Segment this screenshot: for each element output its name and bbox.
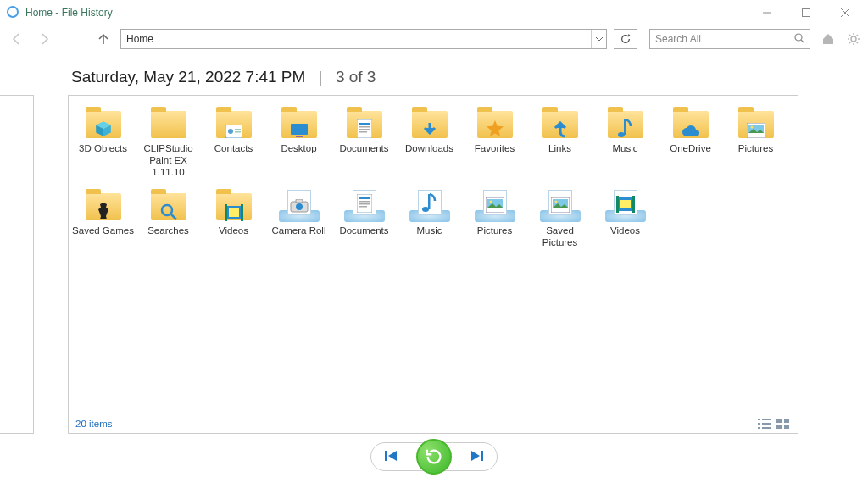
- folder-item[interactable]: Downloads: [397, 101, 462, 183]
- file-pane: 3D ObjectsCLIPStudio Paint EX 1.11.10Con…: [68, 95, 798, 434]
- refresh-button[interactable]: [614, 29, 637, 49]
- folder-item[interactable]: Favorites: [462, 101, 527, 183]
- item-label: Saved Games: [72, 225, 134, 237]
- svg-rect-10: [235, 131, 241, 133]
- back-button[interactable]: [7, 29, 27, 49]
- cloud-icon: [670, 106, 711, 140]
- library-item[interactable]: Pictures: [462, 183, 527, 254]
- folder-item[interactable]: 3D Objects: [70, 101, 136, 183]
- svg-point-41: [489, 200, 492, 203]
- svg-rect-36: [359, 206, 367, 208]
- svg-rect-31: [296, 199, 303, 203]
- home-icon[interactable]: [821, 31, 836, 47]
- card-icon: [214, 106, 254, 140]
- item-label: Music: [398, 225, 460, 237]
- svg-rect-15: [359, 126, 370, 128]
- snapshot-position: 3 of 3: [336, 68, 376, 86]
- chess-icon: [83, 188, 124, 222]
- folder-item[interactable]: Searches: [136, 183, 201, 254]
- up-button[interactable]: [93, 29, 114, 49]
- path-text: Home: [121, 33, 591, 45]
- view-icons-icon[interactable]: [776, 418, 791, 430]
- svg-point-37: [422, 207, 429, 212]
- item-label: OneDrive: [659, 143, 721, 155]
- film-icon: [605, 188, 646, 222]
- svg-rect-17: [359, 131, 367, 133]
- minimize-button[interactable]: [748, 0, 787, 25]
- svg-rect-56: [784, 419, 789, 423]
- path-box[interactable]: Home: [120, 29, 607, 49]
- window-title: Home - File History: [25, 7, 113, 19]
- folder-item[interactable]: Contacts: [201, 101, 266, 183]
- folder-item[interactable]: Videos: [201, 183, 266, 254]
- folder-item[interactable]: Links: [527, 101, 593, 183]
- previous-snapshot-edge[interactable]: [0, 95, 34, 434]
- svg-rect-60: [481, 451, 483, 461]
- svg-rect-9: [235, 129, 241, 130]
- svg-rect-16: [359, 129, 370, 130]
- folder-item[interactable]: Pictures: [723, 101, 788, 183]
- camera-icon: [279, 188, 320, 222]
- settings-icon[interactable]: [846, 31, 861, 47]
- photo-icon: [475, 188, 515, 222]
- doc-icon: [344, 188, 385, 222]
- svg-rect-11: [291, 124, 308, 135]
- svg-rect-34: [359, 201, 370, 203]
- restore-button[interactable]: [416, 439, 452, 475]
- library-item[interactable]: Documents: [331, 183, 397, 254]
- item-label: Music: [594, 143, 656, 155]
- svg-rect-57: [776, 425, 782, 429]
- close-button[interactable]: [826, 0, 865, 25]
- svg-rect-48: [620, 200, 631, 208]
- svg-point-18: [618, 132, 625, 137]
- note-icon: [409, 188, 450, 222]
- svg-rect-19: [624, 119, 626, 135]
- svg-rect-50: [762, 419, 771, 420]
- svg-rect-53: [758, 427, 760, 429]
- photo-icon: [736, 106, 776, 140]
- item-label: Searches: [137, 225, 199, 237]
- svg-point-30: [296, 203, 303, 210]
- item-label: Documents: [333, 225, 395, 237]
- svg-rect-59: [385, 451, 387, 461]
- search-icon: [794, 33, 804, 46]
- svg-rect-28: [229, 208, 239, 217]
- next-version-button[interactable]: [468, 450, 483, 464]
- folder-item[interactable]: CLIPStudio Paint EX 1.11.10: [136, 101, 201, 183]
- library-item[interactable]: Camera Roll: [266, 183, 331, 254]
- folder-item[interactable]: Music: [593, 101, 658, 183]
- snapshot-timestamp: Saturday, May 21, 2022 7:41 PM: [71, 68, 305, 86]
- svg-point-4: [795, 34, 802, 41]
- previous-version-button[interactable]: [385, 450, 400, 464]
- library-item[interactable]: Music: [397, 183, 462, 254]
- forward-button[interactable]: [34, 29, 54, 49]
- photo-icon: [540, 188, 581, 222]
- folder-item[interactable]: Documents: [331, 101, 397, 183]
- item-label: Pictures: [725, 143, 787, 155]
- link-icon: [540, 106, 581, 140]
- item-label: CLIPStudio Paint EX 1.11.10: [137, 143, 199, 178]
- maximize-button[interactable]: [787, 0, 826, 25]
- folder-item[interactable]: Saved Games: [70, 183, 136, 254]
- search-box[interactable]: Search All: [649, 29, 810, 49]
- svg-rect-46: [616, 196, 619, 213]
- library-item[interactable]: Videos: [593, 183, 658, 254]
- svg-rect-33: [359, 197, 370, 199]
- folder-item[interactable]: OneDrive: [658, 101, 723, 183]
- path-dropdown-icon[interactable]: [591, 30, 606, 48]
- desktop-icon: [279, 106, 320, 140]
- folder-item[interactable]: Desktop: [266, 101, 331, 183]
- toolbar: Home Search All: [0, 25, 868, 53]
- view-details-icon[interactable]: [757, 418, 772, 430]
- item-label: 3D Objects: [72, 143, 134, 155]
- search-icon: [148, 188, 189, 222]
- svg-rect-54: [762, 427, 771, 429]
- doc-icon: [344, 106, 385, 140]
- svg-line-5: [801, 40, 804, 42]
- item-label: Camera Roll: [268, 225, 330, 237]
- folder-icon: [148, 106, 189, 140]
- library-item[interactable]: Saved Pictures: [527, 183, 593, 254]
- svg-line-24: [171, 214, 176, 219]
- item-label: Videos: [594, 225, 656, 237]
- item-label: Saved Pictures: [529, 225, 591, 249]
